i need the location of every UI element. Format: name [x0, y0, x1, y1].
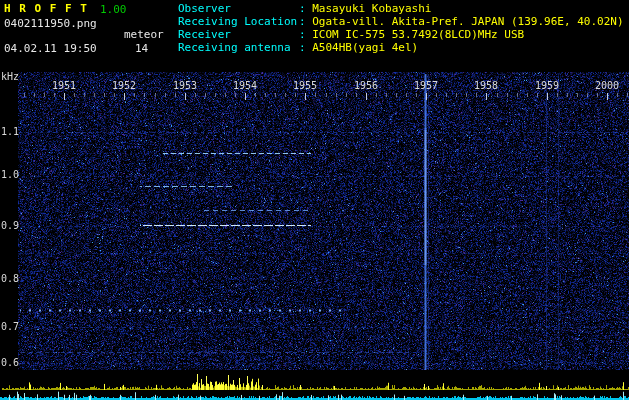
info-value: Masayuki Kobayashi: [312, 2, 431, 15]
app-title: H R O F F T: [4, 2, 88, 15]
time-tick-label: 2000: [594, 80, 620, 91]
output-filename: 0402111950.png: [4, 17, 97, 30]
info-value: A504HB(yagi 4el): [312, 41, 418, 54]
info-colon: :: [299, 2, 312, 15]
freq-tick-label: 1.0: [1, 169, 19, 180]
observation-mode: meteor: [124, 28, 164, 41]
spectrogram-canvas: [0, 0, 629, 400]
station-info: Observer: Masayuki KobayashiReceiving Lo…: [178, 2, 624, 54]
info-value: ICOM IC-575 53.7492(8LCD)MHz USB: [312, 28, 524, 41]
time-tick-label: 1953: [172, 80, 198, 91]
time-tick-label: 1956: [353, 80, 379, 91]
freq-tick-label: 0.8: [1, 273, 19, 284]
info-row: Receiving Location: Ogata-vill. Akita-Pr…: [178, 15, 624, 28]
info-label: Receiver: [178, 28, 299, 41]
freq-unit-label: kHz: [1, 71, 19, 82]
observation-datetime: 04.02.11 19:50: [4, 42, 97, 55]
meteor-count: 14: [135, 42, 148, 55]
info-row: Receiver: ICOM IC-575 53.7492(8LCD)MHz U…: [178, 28, 624, 41]
info-colon: :: [299, 28, 312, 41]
time-tick-label: 1957: [413, 80, 439, 91]
time-tick-label: 1958: [473, 80, 499, 91]
app-version: 1.00: [100, 3, 127, 16]
info-value: Ogata-vill. Akita-Pref. JAPAN (139.96E, …: [312, 15, 623, 28]
info-row: Receiving antenna: A504HB(yagi 4el): [178, 41, 624, 54]
info-label: Observer: [178, 2, 299, 15]
time-tick-label: 1951: [51, 80, 77, 91]
freq-tick-label: 1.1: [1, 126, 19, 137]
info-colon: :: [299, 41, 312, 54]
time-tick-label: 1955: [292, 80, 318, 91]
freq-tick-label: 0.6: [1, 357, 19, 368]
freq-tick-label: 0.9: [1, 220, 19, 231]
info-row: Observer: Masayuki Kobayashi: [178, 2, 624, 15]
hrofft-window: H R O F F T 1.00 0402111950.png meteor 0…: [0, 0, 629, 400]
info-colon: :: [299, 15, 312, 28]
time-tick-label: 1952: [111, 80, 137, 91]
time-tick-label: 1959: [534, 80, 560, 91]
info-label: Receiving antenna: [178, 41, 299, 54]
freq-tick-label: 0.7: [1, 321, 19, 332]
info-label: Receiving Location: [178, 15, 299, 28]
time-tick-label: 1954: [232, 80, 258, 91]
